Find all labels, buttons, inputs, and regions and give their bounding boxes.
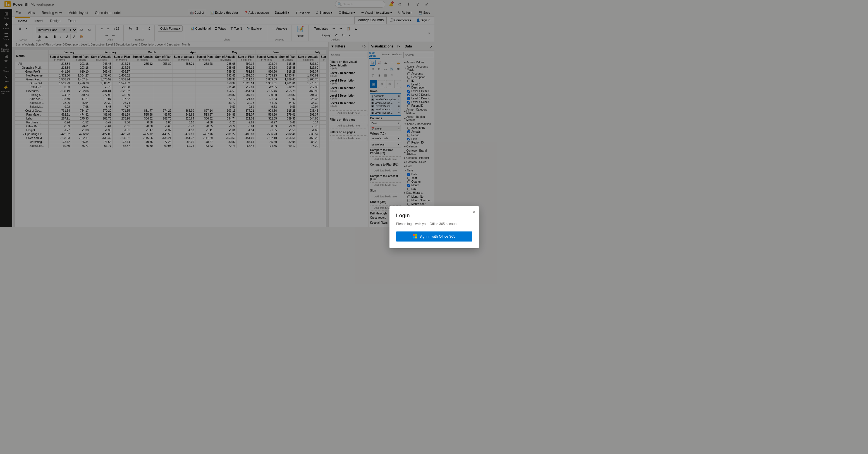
login-modal: × Login Please login with your Office 36… bbox=[390, 206, 435, 227]
modal-title: Login bbox=[396, 213, 435, 219]
modal-description: Please login with your Office 365 accoun… bbox=[396, 222, 435, 226]
modal-overlay[interactable]: × Login Please login with your Office 36… bbox=[0, 0, 434, 227]
